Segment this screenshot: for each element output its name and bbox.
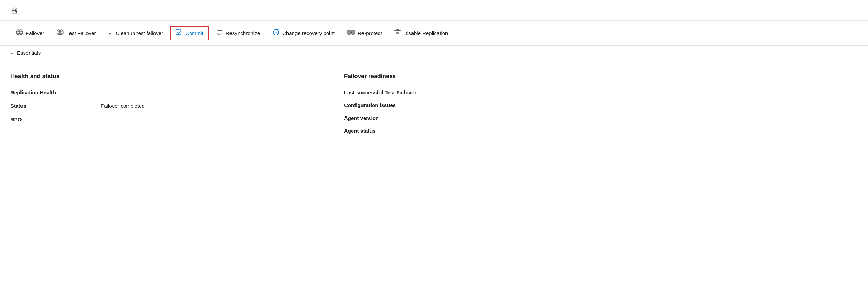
replication-health-value: -	[101, 89, 102, 95]
cleanup-label: Cleanup test failover	[116, 30, 163, 36]
cleanup-test-failover-button[interactable]: ✓ Cleanup test failover	[103, 27, 169, 39]
essentials-bar: ⌄ Essentials	[0, 46, 868, 60]
readiness-item-0: Last successful Test Failover	[344, 89, 858, 95]
trash-icon	[394, 29, 401, 37]
essentials-chevron-icon[interactable]: ⌄	[10, 50, 14, 55]
rpo-label: RPO	[10, 116, 101, 122]
resync-icon	[216, 29, 223, 37]
content-area: Health and status Replication Health - S…	[0, 60, 868, 141]
checkmark-icon: ✓	[108, 30, 113, 36]
health-status-panel: Health and status Replication Health - S…	[10, 73, 323, 141]
rpo-value: -	[101, 116, 102, 122]
resynchronize-button[interactable]: Resynchronize	[210, 26, 266, 40]
test-failover-icon	[57, 29, 64, 37]
status-row: Status Failover completed	[10, 103, 302, 109]
change-recovery-point-button[interactable]: Change recovery point	[267, 26, 340, 40]
readiness-item-2: Agent version	[344, 115, 858, 121]
change-recovery-point-label: Change recovery point	[282, 30, 335, 36]
re-protect-button[interactable]: Re-protect	[342, 26, 387, 40]
disable-replication-button[interactable]: Disable Replication	[389, 26, 453, 40]
replication-health-label: Replication Health	[10, 89, 101, 95]
readiness-item-1: Configuration issues	[344, 102, 858, 108]
disable-replication-label: Disable Replication	[403, 30, 448, 36]
failover-label: Failover	[26, 30, 44, 36]
commit-label: Commit	[185, 30, 203, 36]
commit-icon	[176, 29, 183, 37]
health-status-title: Health and status	[10, 73, 302, 80]
failover-button[interactable]: Failover	[10, 26, 50, 40]
failover-readiness-title: Failover readiness	[344, 73, 858, 80]
test-failover-label: Test Failover	[66, 30, 96, 36]
failover-readiness-panel: Failover readiness Last successful Test …	[323, 73, 858, 141]
replication-health-row: Replication Health -	[10, 89, 302, 95]
test-failover-button[interactable]: Test Failover	[51, 26, 101, 40]
reprotect-icon	[347, 29, 355, 37]
rpo-row: RPO -	[10, 116, 302, 122]
svg-rect-21	[397, 29, 399, 31]
status-value: Failover completed	[101, 103, 145, 109]
resynchronize-label: Resynchronize	[226, 30, 260, 36]
commit-button[interactable]: Commit	[170, 26, 209, 40]
essentials-label: Essentials	[17, 50, 41, 56]
top-bar: 🖨	[0, 0, 868, 21]
print-icon[interactable]: 🖨	[10, 6, 18, 15]
failover-icon	[16, 29, 23, 37]
clock-icon	[273, 29, 279, 37]
toolbar: Failover Test Failover ✓ Cleanup test fa…	[0, 21, 868, 46]
status-label: Status	[10, 103, 101, 109]
readiness-item-3: Agent status	[344, 128, 858, 134]
re-protect-label: Re-protect	[358, 30, 382, 36]
